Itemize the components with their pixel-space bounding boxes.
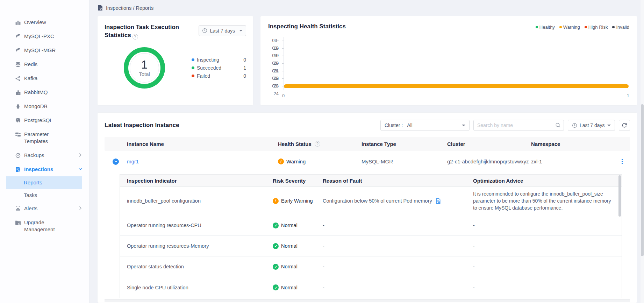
task-stats-title: Inspection Task Execution Statistics?: [105, 23, 186, 40]
instance-name-link[interactable]: mgr1: [127, 158, 139, 164]
sidebar-item-redis[interactable]: Redis: [0, 57, 89, 71]
indicator-cell: Operator running resources-Memory: [127, 243, 273, 249]
search-input[interactable]: [474, 122, 552, 128]
chart-plot-area: [284, 37, 629, 90]
sidebar-item-label: Reports: [24, 179, 42, 185]
indicator-cell: Single node CPU utilization: [127, 285, 273, 290]
detail-table-row: Single node CPU utilization Normal - -: [120, 277, 622, 298]
donut-total-label: Total: [139, 71, 150, 77]
sidebar-item-tasks[interactable]: Tasks: [6, 189, 82, 202]
legend-value: 1: [243, 65, 246, 71]
view-report-icon[interactable]: [435, 198, 441, 204]
page-scrollbar-thumb[interactable]: [641, 104, 644, 256]
search-icon[interactable]: [552, 120, 564, 131]
indicator-cell: innodb_buffer_pool configuration: [127, 198, 273, 204]
breadcrumb[interactable]: Inspections / Reports: [97, 0, 637, 16]
cluster-select[interactable]: Cluster : All: [380, 120, 470, 131]
legend-item-failed: Failed0: [192, 72, 246, 80]
sidebar-item-label: Inspections: [24, 166, 53, 173]
health-legend: HealthyWarningHigh RiskInvalid: [536, 24, 629, 30]
mongodb-leaf-icon: [15, 103, 21, 110]
sidebar-item-label: Tasks: [24, 192, 37, 198]
collapse-row-button[interactable]: [113, 158, 119, 165]
refresh-button[interactable]: [619, 120, 630, 131]
legend-item-healthy: Healthy: [536, 24, 555, 30]
legend-item-succeeded: Succeeded1: [192, 64, 246, 72]
legend-label: Failed: [197, 73, 210, 79]
legend-label: Inspecting: [197, 57, 219, 63]
donut-chart: 1 Total: [124, 47, 165, 89]
chevron-right-icon: [78, 153, 83, 158]
detail-table-header: Inspection IndicatorRisk SeverityReason …: [120, 175, 622, 187]
sidebar-item-kafka[interactable]: Kafka: [0, 71, 89, 85]
donut-total-value: 1: [141, 59, 148, 71]
parameter-templates-icon: [15, 131, 21, 138]
sidebar-item-mysql-pxc[interactable]: MySQL-PXC: [0, 29, 89, 43]
latest-inspection-card: Latest Inspection Instance Cluster : All…: [97, 112, 637, 303]
sidebar-item-rabbitmq[interactable]: RabbitMQ: [0, 85, 89, 99]
help-icon[interactable]: ?: [315, 141, 320, 147]
sidebar: OverviewMySQL-PXCMySQL-MGRRedisKafkaRabb…: [0, 0, 90, 303]
legend-value: 0: [243, 57, 246, 63]
table-row: mgr1 Warning MySQL-MGR g2-c1-abcdefghijk…: [105, 151, 630, 172]
y-tick-label: 03-19: [268, 44, 284, 52]
sidebar-nav: OverviewMySQL-PXCMySQL-MGRRedisKafkaRabb…: [0, 15, 89, 237]
legend-dot: [192, 66, 194, 69]
risk-severity-badge: Early Warning: [273, 198, 323, 204]
y-tick-label: 03-24: [268, 82, 284, 90]
risk-severity-badge: Normal: [273, 284, 323, 290]
detail-table-row: innodb_buffer_pool configuration Early W…: [120, 187, 622, 215]
legend-value: 0: [243, 73, 246, 79]
health-status-badge: Warning: [278, 158, 362, 164]
chevron-down-icon: [607, 125, 611, 126]
legend-item-invalid: Invalid: [612, 24, 629, 30]
inspections-doc-icon: [97, 5, 103, 11]
page-scrollbar[interactable]: [641, 0, 644, 303]
chevron-down-icon: [462, 125, 465, 126]
detail-table-row: Operator running resources-Memory Normal…: [120, 236, 622, 256]
kafka-nodes-icon: [15, 75, 21, 82]
legend-label: Warning: [563, 24, 580, 30]
detail-table-row: Operator status detection Normal - -: [120, 256, 622, 277]
sidebar-item-label: Redis: [24, 61, 37, 68]
dolphin-icon: [15, 33, 21, 40]
sidebar-item-postgresql[interactable]: PostgreSQL: [0, 113, 89, 127]
legend-item-high-risk: High Risk: [585, 24, 608, 30]
sidebar-item-upgrade-management[interactable]: Upgrade Management: [0, 216, 89, 237]
chart-y-axis-labels: 03-1803-1903-2003-2103-2203-2303-24: [268, 37, 284, 90]
y-tick-label: 03-23: [268, 75, 284, 82]
sidebar-item-label: Overview: [24, 19, 46, 26]
sidebar-item-reports[interactable]: Reports: [6, 176, 82, 189]
sidebar-item-inspections[interactable]: Inspections: [0, 162, 89, 176]
sidebar-item-alerts[interactable]: Alerts: [0, 202, 89, 216]
table-date-range-select[interactable]: Last 7 days: [568, 120, 615, 131]
row-actions-menu[interactable]: [619, 159, 626, 164]
sidebar-item-label: Parameter Templates: [24, 131, 65, 145]
app-root: OverviewMySQL-PXCMySQL-MGRRedisKafkaRabb…: [0, 0, 644, 303]
legend-label: Succeeded: [197, 65, 221, 71]
legend-dot: [585, 26, 587, 28]
breadcrumb-text: Inspections / Reports: [106, 5, 153, 11]
sidebar-item-backups[interactable]: Backups: [0, 148, 89, 162]
warning-icon: [273, 198, 279, 204]
sidebar-item-mysql-mgr[interactable]: MySQL-MGR: [0, 43, 89, 57]
column-header-risk-severity: Risk Severity: [273, 178, 323, 184]
upgrade-folder-icon: [15, 219, 21, 226]
detail-table-scrollbar-thumb[interactable]: [618, 175, 621, 217]
normal-icon: [273, 243, 279, 249]
date-range-select[interactable]: Last 7 days: [199, 25, 246, 36]
sidebar-item-label: Alerts: [24, 205, 37, 212]
sidebar-item-mongodb[interactable]: MongoDB: [0, 99, 89, 113]
instance-type-cell: MySQL-MGR: [362, 158, 447, 164]
column-header-health-status: Health Status?: [278, 141, 362, 147]
column-header-namespace: Namespace: [531, 141, 615, 147]
health-bar-chart: 03-1803-1903-2003-2103-2203-2303-24: [268, 37, 629, 90]
sidebar-item-label: Backups: [24, 152, 44, 159]
sidebar-item-parameter-templates[interactable]: Parameter Templates: [0, 127, 89, 148]
search-input-wrap: [473, 120, 564, 131]
sidebar-item-overview[interactable]: Overview: [0, 15, 89, 29]
dolphin-icon: [15, 47, 21, 54]
help-icon[interactable]: ?: [133, 34, 138, 40]
legend-dot: [192, 75, 194, 77]
column-header-reason-of-fault: Reason of Fault: [323, 178, 473, 184]
